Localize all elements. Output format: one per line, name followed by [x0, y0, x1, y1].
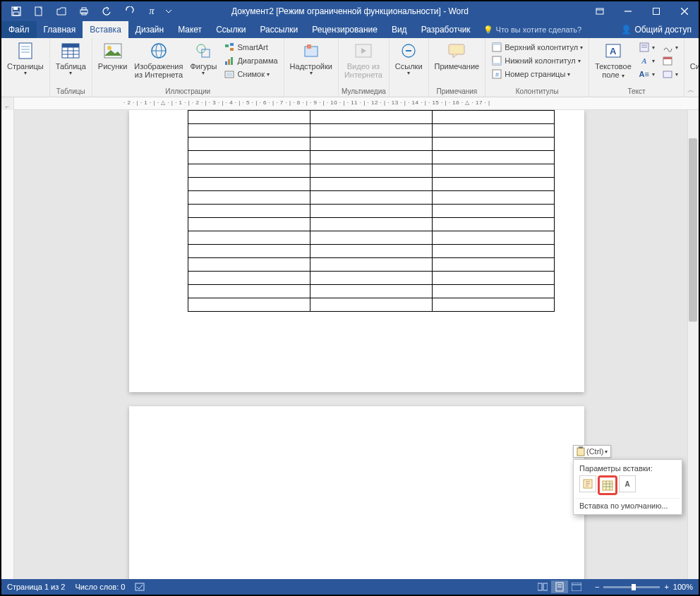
table-cell[interactable] — [432, 245, 554, 258]
table-cell[interactable] — [310, 218, 432, 231]
screenshot-button[interactable]: Снимок▾ — [222, 68, 279, 80]
tab-references[interactable]: Ссылки — [209, 21, 253, 38]
table-row[interactable] — [188, 298, 554, 312]
table-row[interactable] — [188, 191, 554, 205]
table-cell[interactable] — [188, 191, 310, 205]
table-cell[interactable] — [432, 298, 554, 312]
tab-view[interactable]: Вид — [385, 21, 414, 38]
datetime-button[interactable] — [660, 54, 680, 67]
tab-mailings[interactable]: Рассылки — [253, 21, 305, 38]
object-button[interactable]: ▾ — [660, 68, 680, 80]
equation-button[interactable]: π — [141, 3, 162, 20]
table-cell[interactable] — [188, 138, 310, 151]
online-pictures-button[interactable]: Изображения из Интернета — [131, 39, 186, 79]
table-cell[interactable] — [188, 205, 310, 218]
read-mode-button[interactable] — [534, 580, 551, 593]
table-button[interactable]: Таблица ▾ — [53, 39, 89, 77]
quickparts-button[interactable]: ▾ — [637, 41, 656, 54]
table-row[interactable] — [188, 151, 554, 164]
table-cell[interactable] — [310, 231, 432, 245]
tab-review[interactable]: Рецензирование — [305, 21, 385, 38]
table-cell[interactable] — [432, 124, 554, 138]
shapes-button[interactable]: Фигуры ▾ — [187, 39, 219, 77]
table-cell[interactable] — [188, 245, 310, 258]
page-number-button[interactable]: #Номер страницы▾ — [490, 68, 584, 80]
chart-button[interactable]: Диаграмма — [222, 54, 279, 67]
table-cell[interactable] — [432, 151, 554, 164]
vertical-ruler[interactable] — [1, 110, 14, 579]
table-cell[interactable] — [310, 285, 432, 298]
share-button[interactable]: 👤 Общий доступ — [614, 21, 699, 38]
table-cell[interactable] — [188, 151, 310, 164]
table-cell[interactable] — [310, 124, 432, 138]
dropcap-button[interactable]: A≡▾ — [637, 68, 656, 80]
minimize-button[interactable] — [614, 1, 642, 21]
table-cell[interactable] — [188, 178, 310, 191]
comment-button[interactable]: Примечание — [432, 39, 483, 71]
table-cell[interactable] — [188, 218, 310, 231]
table-cell[interactable] — [432, 218, 554, 231]
vertical-scrollbar[interactable] — [687, 110, 699, 579]
tab-layout[interactable]: Макет — [171, 21, 209, 38]
signature-button[interactable]: ▾ — [660, 41, 680, 54]
page-status[interactable]: Страница 1 из 2 — [7, 583, 65, 591]
table-cell[interactable] — [432, 164, 554, 178]
symbols-button[interactable]: Ω Символы ▾ — [687, 39, 700, 77]
table-cell[interactable] — [432, 205, 554, 218]
paste-text-only-button[interactable]: A — [619, 475, 636, 492]
zoom-thumb[interactable] — [632, 584, 636, 590]
table-row[interactable] — [188, 178, 554, 191]
horizontal-ruler[interactable]: ⌐ · 2 · | · 1 · | · △ · | · 1 · | · 2 · … — [1, 97, 699, 110]
table-cell[interactable] — [188, 124, 310, 138]
redo-button[interactable] — [119, 3, 140, 20]
maximize-button[interactable] — [642, 1, 670, 21]
table-cell[interactable] — [310, 258, 432, 272]
tab-design[interactable]: Дизайн — [128, 21, 171, 38]
wordart-button[interactable]: A▾ — [637, 54, 656, 67]
table-cell[interactable] — [310, 298, 432, 312]
page-2[interactable] — [129, 406, 584, 579]
paste-default-button[interactable]: Вставка по умолчанию... — [575, 498, 680, 513]
page-1[interactable] — [129, 110, 584, 392]
table-row[interactable] — [188, 285, 554, 298]
zoom-slider[interactable] — [603, 586, 660, 588]
tab-developer[interactable]: Разработчик — [414, 21, 478, 38]
tell-me-search[interactable]: 💡 Что вы хотите сделать? — [483, 21, 582, 38]
save-button[interactable] — [6, 3, 27, 20]
table-cell[interactable] — [310, 178, 432, 191]
pictures-button[interactable]: Рисунки — [95, 39, 131, 71]
table-cell[interactable] — [310, 191, 432, 205]
word-count[interactable]: Число слов: 0 — [75, 583, 125, 591]
table-cell[interactable] — [432, 231, 554, 245]
table-cell[interactable] — [432, 111, 554, 124]
table-row[interactable] — [188, 258, 554, 272]
paste-options-button[interactable]: (Ctrl) ▾ — [573, 445, 611, 458]
table-cell[interactable] — [188, 285, 310, 298]
quick-print-button[interactable] — [73, 3, 95, 20]
zoom-level[interactable]: 100% — [673, 583, 693, 591]
table-cell[interactable] — [310, 245, 432, 258]
table-cell[interactable] — [188, 258, 310, 272]
collapse-ribbon-button[interactable]: ︿ — [687, 85, 694, 95]
table-row[interactable] — [188, 164, 554, 178]
table-cell[interactable] — [188, 231, 310, 245]
new-button[interactable] — [28, 3, 49, 20]
table-row[interactable] — [188, 111, 554, 124]
ribbon-display-button[interactable] — [586, 1, 614, 21]
proofing-icon[interactable] — [135, 582, 145, 592]
table-cell[interactable] — [310, 272, 432, 285]
table-row[interactable] — [188, 124, 554, 138]
table-cell[interactable] — [310, 205, 432, 218]
table-cell[interactable] — [432, 191, 554, 205]
zoom-out-button[interactable]: − — [595, 583, 599, 591]
table-row[interactable] — [188, 245, 554, 258]
table-cell[interactable] — [310, 151, 432, 164]
scroll-thumb[interactable] — [689, 138, 697, 322]
document-area[interactable]: (Ctrl) ▾ Параметры вставки: A Вставка по… — [14, 110, 699, 579]
table-cell[interactable] — [188, 272, 310, 285]
close-button[interactable] — [670, 1, 699, 21]
table-row[interactable] — [188, 205, 554, 218]
undo-button[interactable] — [96, 3, 117, 20]
online-video-button[interactable]: Видео из Интернета — [342, 39, 385, 79]
textbox-button[interactable]: A Текстовое поле ▾ — [592, 39, 634, 80]
